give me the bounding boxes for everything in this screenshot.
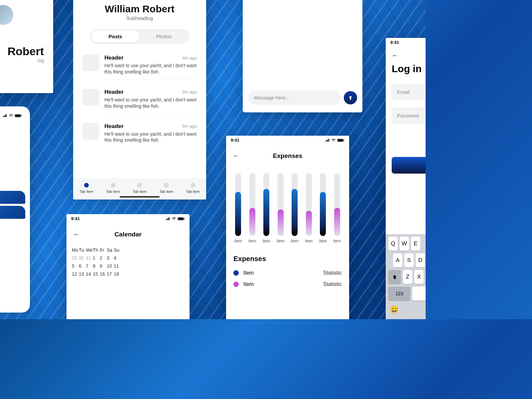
chat-bubble: it amet, ng elit. <box>0 191 25 204</box>
page-title: Expenses <box>239 152 336 160</box>
space-key[interactable] <box>412 287 426 301</box>
key[interactable]: A <box>393 253 402 267</box>
email-field[interactable]: Email <box>392 84 426 100</box>
key[interactable]: Z <box>403 270 412 284</box>
post-header: Header <box>104 89 124 95</box>
svg-rect-2 <box>21 115 22 116</box>
home-indicator <box>120 196 160 198</box>
post-text: He'll want to use your yacht, and I don'… <box>104 131 197 144</box>
send-button[interactable] <box>344 91 357 104</box>
page-title: William Robert <box>73 3 206 15</box>
avatar <box>0 5 13 25</box>
wifi-icon <box>172 217 176 221</box>
arrow-up-icon <box>347 95 353 101</box>
list-item[interactable]: Header8m ago He'll want to use your yach… <box>73 118 206 152</box>
chart-bar: Item <box>246 173 258 243</box>
tabbar-item[interactable]: Tab item <box>133 183 147 194</box>
chart-bar: Item <box>232 173 244 243</box>
partial-profile-card: e Robert ing <box>0 0 53 93</box>
wifi-icon <box>9 114 13 118</box>
post-text: He'll want to use your yacht, and I don'… <box>104 63 197 75</box>
post-header: Header <box>104 55 124 61</box>
calendar-grid[interactable]: MoTuWeThFrSaSu29303112345678910111213141… <box>66 241 190 283</box>
tabbar-item[interactable]: Tab item <box>186 183 200 194</box>
tab-photos[interactable]: Photos <box>140 30 188 43</box>
key[interactable]: S <box>404 253 414 267</box>
page-title: Calendar <box>80 231 176 238</box>
chat-partial-card: it amet, ng elit. it amet, ng elit. <box>0 106 30 313</box>
page-subtitle: Subheading <box>73 15 206 21</box>
status-bar: 9:41 <box>226 136 349 147</box>
login-button[interactable] <box>392 157 426 174</box>
profile-name: Robert <box>0 45 47 58</box>
svg-rect-1 <box>15 115 20 117</box>
legend-dot-icon <box>233 282 239 287</box>
shift-key[interactable] <box>388 270 401 284</box>
message-card: Message here... <box>243 0 362 112</box>
stat-row: Item Statistic <box>226 267 349 279</box>
chat-bubble: it amet, ng elit. <box>0 206 25 219</box>
post-text: He'll want to use your yacht, and I don'… <box>104 97 197 109</box>
calendar-card: 9:41 ← Calendar MoTuWeThFrSaSu2930311234… <box>66 214 190 319</box>
profile-card: William Robert Subheading Posts Photos H… <box>73 0 206 200</box>
post-timestamp: 8m ago <box>183 89 197 94</box>
numbers-key[interactable]: 123 <box>388 287 410 301</box>
tabbar-item[interactable]: Tab item <box>159 183 173 194</box>
key[interactable]: E <box>411 237 420 251</box>
post-header: Header <box>104 123 124 130</box>
page-title: Log in <box>392 63 426 74</box>
legend-dot-icon <box>233 270 239 276</box>
shift-icon <box>392 274 397 280</box>
chart-bar: Item <box>331 173 343 243</box>
keyboard: Q W E A S D Z X 123 😀 <box>386 234 426 319</box>
svg-rect-7 <box>178 218 183 220</box>
password-field[interactable]: Password <box>392 107 426 124</box>
svg-rect-4 <box>338 139 343 141</box>
wifi-icon <box>331 138 336 142</box>
status-time: 9:41 <box>71 216 80 221</box>
chart-bar: Item <box>289 173 301 243</box>
chart-bar: Item <box>260 173 273 243</box>
signal-icon <box>166 217 170 221</box>
status-bar: 9:41 <box>386 38 426 50</box>
signal-icon <box>3 114 7 118</box>
key[interactable]: D <box>416 253 425 267</box>
chart-bar: Item <box>317 173 329 243</box>
svg-rect-5 <box>343 140 344 141</box>
profile-sub: ing <box>0 58 47 63</box>
thumbnail <box>82 123 99 140</box>
status-time: 9:41 <box>390 40 399 45</box>
battery-icon <box>15 114 22 118</box>
post-timestamp: 8m ago <box>183 124 197 129</box>
emoji-icon[interactable]: 😀 <box>390 305 399 314</box>
tab-bar: Tab item Tab item Tab item Tab item Tab … <box>73 178 206 200</box>
back-button[interactable]: ← <box>233 150 239 162</box>
svg-rect-8 <box>184 218 185 219</box>
login-card: 9:41 ← Log in Email Password Fo Q W E A … <box>386 38 426 319</box>
section-heading: Expenses <box>226 245 349 267</box>
status-bar <box>0 112 27 122</box>
segment-control[interactable]: Posts Photos <box>90 29 190 44</box>
post-list: Header8m ago He'll want to use your yach… <box>73 50 206 152</box>
tabbar-item[interactable]: Tab item <box>79 183 93 194</box>
message-input[interactable]: Message here... <box>248 90 340 105</box>
tabbar-item[interactable]: Tab item <box>106 183 120 194</box>
list-item[interactable]: Header8m ago He'll want to use your yach… <box>73 50 206 84</box>
status-time: 9:41 <box>231 138 239 143</box>
key[interactable]: Q <box>388 237 398 251</box>
back-button[interactable]: ← <box>392 50 426 61</box>
key[interactable]: X <box>414 270 424 284</box>
key[interactable]: W <box>400 237 409 251</box>
expenses-chart: ItemItemItemItemItemItemItemItem <box>226 163 349 245</box>
expenses-card: 9:41 ← Expenses ItemItemItemItemItemItem… <box>226 136 349 319</box>
chart-bar: Item <box>274 173 287 243</box>
back-button[interactable]: ← <box>73 228 80 240</box>
post-timestamp: 8m ago <box>183 56 197 61</box>
forgot-link[interactable]: Fo <box>392 179 426 185</box>
thumbnail <box>82 89 99 105</box>
list-item[interactable]: Header8m ago He'll want to use your yach… <box>73 84 206 118</box>
tab-posts[interactable]: Posts <box>91 30 140 43</box>
chart-bar: Item <box>303 173 315 243</box>
battery-icon <box>337 138 344 142</box>
thumbnail <box>82 55 99 71</box>
